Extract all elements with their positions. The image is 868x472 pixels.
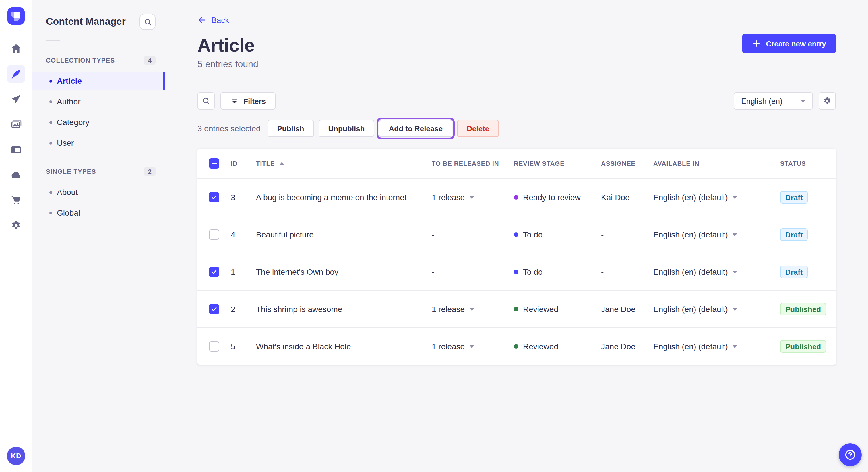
- bullet-icon: [50, 211, 52, 214]
- marketplace-icon[interactable]: [7, 191, 25, 209]
- released-in-dropdown[interactable]: 1 release: [432, 305, 474, 314]
- released-in-dropdown[interactable]: 1 release: [432, 342, 474, 351]
- rail-icon-list: [0, 32, 32, 235]
- sidebar-item-global[interactable]: Global: [32, 204, 165, 222]
- bullet-icon: [50, 100, 52, 103]
- row-id: 1: [231, 267, 236, 276]
- sidebar-item-label: User: [57, 138, 74, 147]
- table-row[interactable]: 4 Beautiful picture - To do - English (e…: [197, 216, 836, 253]
- row-review-stage: To do: [523, 230, 543, 239]
- status-badge: Draft: [780, 228, 808, 241]
- delete-button[interactable]: Delete: [457, 120, 499, 137]
- row-title: What's inside a Black Hole: [256, 342, 351, 351]
- strapi-logo[interactable]: [7, 7, 24, 24]
- settings-icon[interactable]: [7, 216, 25, 235]
- media-library-icon[interactable]: [7, 115, 25, 134]
- row-select-checkbox[interactable]: [209, 229, 219, 240]
- help-button[interactable]: [839, 443, 862, 466]
- select-all-checkbox[interactable]: [209, 158, 219, 169]
- row-locale-dropdown[interactable]: English (en) (default): [653, 305, 737, 314]
- subnav-sections: COLLECTION TYPES4ArticleAuthorCategoryUs…: [32, 56, 165, 222]
- chevron-down-icon: [469, 308, 474, 310]
- table-row[interactable]: 3 A bug is becoming a meme on the intern…: [197, 178, 836, 216]
- review-stage-dot: [514, 344, 518, 349]
- add-to-release-button[interactable]: Add to Release: [379, 120, 453, 137]
- row-locale-dropdown[interactable]: English (en) (default): [653, 342, 737, 351]
- unpublish-button[interactable]: Unpublish: [318, 120, 374, 137]
- main-content: Back Article Create new entry 5 entries …: [165, 0, 868, 472]
- page-title: Article: [197, 34, 255, 57]
- search-icon-button[interactable]: [197, 92, 215, 109]
- sidebar-item-author[interactable]: Author: [32, 92, 165, 111]
- column-header-id[interactable]: ID: [231, 160, 238, 167]
- indeterminate-icon: [212, 163, 217, 164]
- row-select-checkbox[interactable]: [209, 192, 219, 202]
- row-select-checkbox[interactable]: [209, 304, 219, 314]
- released-in-empty: -: [432, 230, 434, 239]
- row-id: 5: [231, 342, 236, 351]
- row-title: Beautiful picture: [256, 230, 314, 239]
- row-title: This shrimp is awesome: [256, 305, 342, 314]
- sidebar-item-about[interactable]: About: [32, 183, 165, 201]
- app-window: KD Content Manager COLLECTION TYPES4Arti…: [0, 0, 868, 472]
- review-stage-dot: [514, 195, 518, 200]
- row-assignee: Jane Doe: [601, 342, 636, 351]
- bullet-icon: [50, 191, 52, 194]
- row-locale-dropdown[interactable]: English (en) (default): [653, 230, 737, 239]
- sidebar-item-category[interactable]: Category: [32, 113, 165, 131]
- sidebar-item-article[interactable]: Article: [32, 72, 165, 90]
- cloud-icon[interactable]: [7, 166, 25, 184]
- releases-icon[interactable]: [7, 90, 25, 108]
- row-id: 2: [231, 305, 236, 314]
- column-header-available-in[interactable]: AVAILABLE IN: [653, 160, 699, 167]
- table-row[interactable]: 5 What's inside a Black Hole 1 release R…: [197, 328, 836, 365]
- row-id: 3: [231, 193, 236, 202]
- section-label: COLLECTION TYPES: [46, 57, 115, 64]
- row-assignee: -: [601, 230, 603, 239]
- table-header-row: ID TITLE TO BE RELEASED IN REVIEW STAGE …: [197, 148, 836, 178]
- content-type-builder-icon[interactable]: [7, 140, 25, 159]
- review-stage-dot: [514, 307, 518, 311]
- row-locale-dropdown[interactable]: English (en) (default): [653, 267, 737, 276]
- subnav-divider: [46, 40, 60, 41]
- create-new-entry-button[interactable]: Create new entry: [742, 34, 836, 53]
- table-row[interactable]: 1 The internet's Own boy - To do - Engli…: [197, 253, 836, 290]
- chevron-down-icon: [733, 270, 737, 273]
- released-in-dropdown[interactable]: 1 release: [432, 193, 474, 202]
- search-icon-button[interactable]: [140, 14, 156, 30]
- column-header-status[interactable]: STATUS: [780, 160, 806, 167]
- sidebar-item-label: Author: [57, 97, 81, 106]
- row-review-stage: Reviewed: [523, 342, 558, 351]
- content-manager-icon[interactable]: [7, 65, 25, 83]
- status-badge: Published: [780, 303, 826, 315]
- sidebar-item-label: Category: [57, 117, 90, 127]
- settings-icon-button[interactable]: [818, 92, 836, 109]
- subnav-panel: Content Manager COLLECTION TYPES4Article…: [32, 0, 165, 472]
- table-row[interactable]: 2 This shrimp is awesome 1 release Revie…: [197, 290, 836, 328]
- row-select-checkbox[interactable]: [209, 341, 219, 351]
- back-link[interactable]: Back: [197, 15, 229, 25]
- publish-button[interactable]: Publish: [267, 120, 314, 137]
- column-header-title[interactable]: TITLE: [256, 160, 275, 167]
- sidebar-item-label: Article: [57, 76, 82, 86]
- search-icon: [202, 96, 211, 105]
- chevron-down-icon: [469, 345, 474, 348]
- question-circle-icon: [844, 448, 857, 461]
- column-header-released[interactable]: TO BE RELEASED IN: [432, 160, 499, 167]
- sort-ascending-icon: [279, 162, 284, 165]
- user-avatar[interactable]: KD: [7, 447, 25, 465]
- home-icon[interactable]: [7, 40, 25, 58]
- filters-button[interactable]: Filters: [220, 92, 276, 109]
- locale-select[interactable]: English (en): [734, 92, 813, 109]
- column-header-review-stage[interactable]: REVIEW STAGE: [514, 160, 565, 167]
- table-body: 3 A bug is becoming a meme on the intern…: [197, 178, 836, 365]
- sidebar-item-user[interactable]: User: [32, 134, 165, 152]
- status-badge: Draft: [780, 191, 808, 204]
- chevron-down-icon: [469, 196, 474, 199]
- row-id: 4: [231, 230, 236, 239]
- chevron-down-icon: [733, 345, 737, 348]
- column-header-assignee[interactable]: ASSIGNEE: [601, 160, 636, 167]
- bullet-icon: [50, 121, 52, 124]
- row-locale-dropdown[interactable]: English (en) (default): [653, 193, 737, 202]
- row-select-checkbox[interactable]: [209, 267, 219, 277]
